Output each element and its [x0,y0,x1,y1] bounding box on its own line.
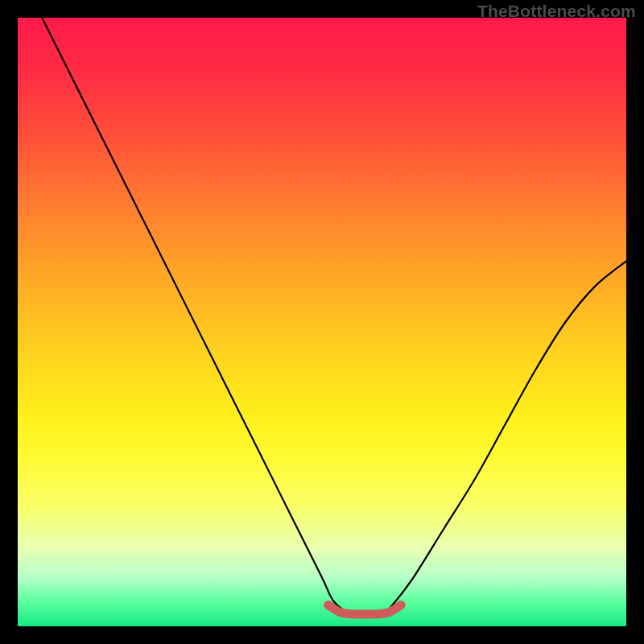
bottleneck-curve-line [42,18,626,615]
curve-overlay [18,18,626,626]
watermark-text: TheBottleneck.com [477,2,636,21]
